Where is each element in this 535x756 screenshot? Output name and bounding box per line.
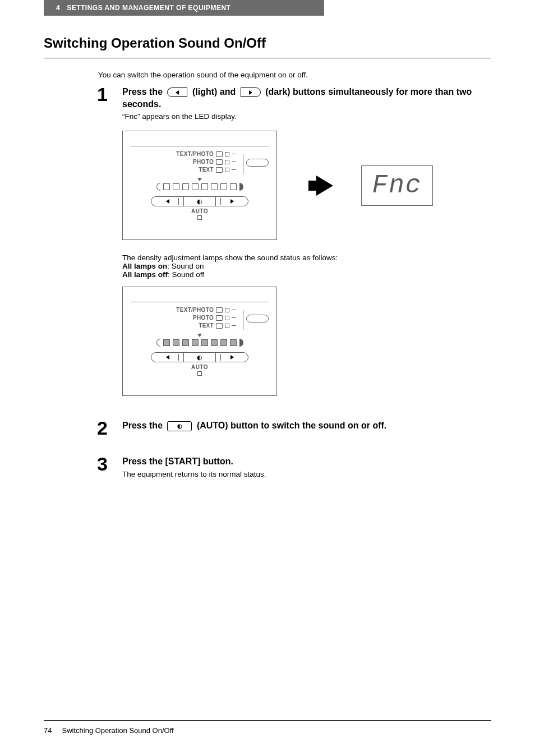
mode-label: PHOTO <box>170 159 214 165</box>
step-number: 2 <box>97 418 122 437</box>
arrow-right-icon <box>316 176 333 196</box>
page-number: 74 <box>44 726 52 735</box>
figure-row-2: TEXT/PHOTO PHOTO TEXT ◐ AUTO <box>122 287 491 396</box>
text: Press the <box>122 87 165 96</box>
status-intro: The density adjustment lamps show the so… <box>122 253 491 262</box>
page-footer: 74 Switching Operation Sound On/Off <box>44 720 491 735</box>
intro-text: You can switch the operation sound of th… <box>98 71 491 79</box>
figure-row-1: TEXT/PHOTO PHOTO TEXT ◐ AUTO <box>122 131 491 240</box>
text: Press the <box>122 421 165 430</box>
mode-label: TEXT/PHOTO <box>170 151 214 157</box>
mode-label: TEXT <box>170 167 214 173</box>
status-on-desc: : Sound on <box>167 262 204 270</box>
mode-select-button <box>246 315 269 322</box>
status-off-label: All lamps off <box>122 270 168 279</box>
chapter-number: 4 <box>56 4 60 12</box>
control-panel-diagram: TEXT/PHOTO PHOTO TEXT ◐ AUTO <box>122 287 277 396</box>
step-note: The equipment returns to its normal stat… <box>122 470 491 478</box>
chapter-title: SETTINGS AND MANAGEMENT OF EQUIPMENT <box>67 4 230 12</box>
density-lamps-off <box>131 183 269 191</box>
led-display: Fnc <box>361 165 433 206</box>
page-content: Switching Operation Sound On/Off You can… <box>0 16 535 478</box>
light-button-icon <box>167 87 187 97</box>
step-3: 3 Press the [START] button. The equipmen… <box>97 454 491 478</box>
auto-label: AUTO <box>131 208 269 214</box>
chapter-header: 4 SETTINGS AND MANAGEMENT OF EQUIPMENT <box>44 0 324 16</box>
mode-label: TEXT <box>170 322 214 329</box>
footer-title: Switching Operation Sound On/Off <box>62 726 173 735</box>
step-1: 1 Press the (light) and (dark) buttons s… <box>97 85 491 121</box>
auto-button-icon: ◐ <box>167 421 192 431</box>
step-number: 3 <box>97 454 122 478</box>
text: (AUTO) button to switch the sound on or … <box>197 421 386 430</box>
step-2: 2 Press the ◐ (AUTO) button to switch th… <box>97 418 491 437</box>
step-body: Press the ◐ (AUTO) button to switch the … <box>122 418 491 437</box>
led-text: Fnc <box>372 173 422 199</box>
dark-button-icon <box>241 87 261 97</box>
step-heading: Press the ◐ (AUTO) button to switch the … <box>122 420 491 432</box>
density-lamps-on <box>131 339 269 347</box>
mode-label: TEXT/PHOTO <box>170 307 214 313</box>
auto-label: AUTO <box>131 364 269 370</box>
status-block: The density adjustment lamps show the so… <box>122 253 491 279</box>
step-number: 1 <box>97 85 122 121</box>
step-body: Press the (light) and (dark) buttons sim… <box>122 85 491 121</box>
step-note: “Fnc” appears on the LED display. <box>122 112 491 121</box>
step-heading: Press the [START] button. <box>122 455 491 468</box>
step-body: Press the [START] button. The equipment … <box>122 454 491 478</box>
text: (light) and <box>192 87 238 96</box>
status-off-desc: : Sound off <box>168 270 204 279</box>
density-controls: ◐ <box>131 352 269 362</box>
mode-label: PHOTO <box>170 315 214 321</box>
page-title: Switching Operation Sound On/Off <box>44 35 491 51</box>
step-heading: Press the (light) and (dark) buttons sim… <box>122 86 491 110</box>
title-rule <box>44 58 491 58</box>
mode-select-button <box>246 159 269 167</box>
density-controls: ◐ <box>131 196 269 206</box>
status-on-label: All lamps on <box>122 262 167 270</box>
control-panel-diagram: TEXT/PHOTO PHOTO TEXT ◐ AUTO <box>122 131 277 240</box>
